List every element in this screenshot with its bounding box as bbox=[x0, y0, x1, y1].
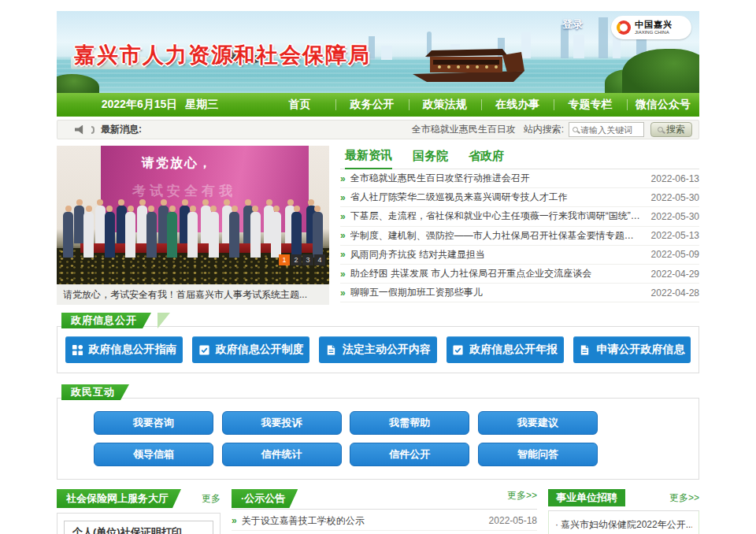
mail-stats-button[interactable]: 信件统计 bbox=[222, 443, 342, 466]
speaker-icon bbox=[75, 125, 85, 135]
nav-item-wechat[interactable]: 微信公众号 bbox=[627, 93, 699, 117]
nav-item-home[interactable]: 首页 bbox=[263, 93, 335, 117]
news-date: 2022-05-13 bbox=[651, 230, 699, 241]
search-input[interactable] bbox=[580, 125, 640, 135]
news-panel: 最新资讯 国务院 省政府 » 全市稳就业惠民生百日攻坚行动推进会召开 2022-… bbox=[340, 146, 699, 305]
recruitment-item[interactable]: ·嘉兴市妇幼保健院2022年公开... bbox=[555, 516, 692, 534]
notice-panel: ·公示公告 更多>> » 关于设立嘉善技工学校的公示 2022-05-18 » … bbox=[232, 489, 537, 534]
notice-item[interactable]: » 关于公布嘉兴市人力资源和社会保障局2022年度重大行政决策事... 2022… bbox=[232, 531, 537, 534]
info-request-button[interactable]: 申请公开政府信息 bbox=[573, 336, 691, 363]
recruitment-panel: 事业单位招聘 更多>> ·嘉兴市妇幼保健院2022年公开... ·2022年嘉兴… bbox=[548, 489, 699, 534]
social-insurance-panel: 社会保险网上服务大厅 更多 个人(单位)社保证明打印 办事指南 bbox=[57, 489, 220, 534]
search-icon bbox=[573, 127, 578, 132]
jiaxing-logo-text: 中国嘉兴 JIAXING CHINA bbox=[635, 20, 673, 35]
news-item[interactable]: » 助企纾困 共谋发展 市人力社保局召开重点企业交流座谈会 2022-04-29 bbox=[340, 265, 699, 284]
document-icon bbox=[579, 344, 591, 356]
info-system-button[interactable]: 政府信息公开制度 bbox=[192, 336, 309, 363]
tab-state-council[interactable]: 国务院 bbox=[413, 149, 448, 169]
news-item[interactable]: » 下基层、走流程，省社保和就业中心主任项薇一行来我市调研“国统”上线情况 20… bbox=[340, 207, 699, 226]
social-insurance-box: 个人(单位)社保证明打印 办事指南 bbox=[57, 513, 220, 534]
photo-people-front-row bbox=[63, 212, 323, 258]
mail-disclosure-button[interactable]: 信件公开 bbox=[350, 443, 469, 466]
complain-button[interactable]: 我要投诉 bbox=[222, 411, 342, 435]
page: 嘉兴市人力资源和社会保障局 登录 中国嘉兴 JIAXING CHINA 2022… bbox=[57, 11, 699, 534]
news-item[interactable]: » 全市稳就业惠民生百日攻坚行动推进会召开 2022-06-13 bbox=[340, 169, 699, 188]
news-tabs: 最新资讯 国务院 省政府 bbox=[340, 146, 699, 169]
carousel-caption[interactable]: 请党放心，考试安全有我！首届嘉兴市人事考试系统主题... bbox=[57, 284, 329, 305]
smart-qa-button[interactable]: 智能问答 bbox=[478, 443, 598, 466]
main-row: 请党放心， 考试安全有我 1 2 3 bbox=[57, 146, 699, 305]
grid-icon bbox=[72, 344, 83, 356]
pager-1[interactable]: 1 bbox=[279, 254, 290, 265]
nav-item-online-services[interactable]: 在线办事 bbox=[481, 93, 554, 117]
bottom-row: 社会保险网上服务大厅 更多 个人(单位)社保证明打印 办事指南 ·公示公告 更多… bbox=[57, 489, 699, 534]
news-ticker-bar: 最新消息: 全市稳就业惠民生百日攻 站内搜索: 搜索 bbox=[57, 120, 699, 139]
news-item[interactable]: » 学制度、建机制、强防控——市人力社保局召开社保基金要情专题学习会 2022-… bbox=[340, 227, 699, 246]
search-button-icon bbox=[658, 127, 663, 132]
info-guide-label: 政府信息公开指南 bbox=[89, 343, 177, 357]
news-item[interactable]: » 聊聊五一假期加班工资那些事儿 2022-04-28 bbox=[340, 284, 699, 302]
news-item[interactable]: » 风雨同舟齐抗疫 结对共建显担当 2022-05-09 bbox=[340, 246, 699, 265]
social-insurance-more-link[interactable]: 更多 bbox=[202, 492, 220, 506]
news-date: 2022-06-13 bbox=[651, 173, 699, 184]
skyline-building bbox=[573, 35, 584, 58]
info-annual-report-button[interactable]: 政府信息公开年报 bbox=[447, 336, 564, 363]
arrow-icon: » bbox=[340, 287, 346, 299]
photo-banner-line2: 考试安全有我 bbox=[132, 182, 236, 200]
news-title: 助企纾困 共谋发展 市人力社保局召开重点企业交流座谈会 bbox=[350, 267, 642, 280]
need-help-button[interactable]: 我需帮助 bbox=[350, 411, 469, 435]
tab-provincial-gov[interactable]: 省政府 bbox=[469, 149, 504, 169]
news-title: 聊聊五一假期加班工资那些事儿 bbox=[350, 286, 642, 299]
news-title: 下基层、走流程，省社保和就业中心主任项薇一行来我市调研“国统”上线情况 bbox=[350, 210, 642, 223]
pager-4[interactable]: 4 bbox=[314, 254, 325, 265]
search-button[interactable]: 搜索 bbox=[650, 122, 692, 137]
tab-latest-news[interactable]: 最新资讯 bbox=[345, 148, 392, 169]
logo-cn-text: 中国嘉兴 bbox=[635, 20, 673, 30]
news-item[interactable]: » 省人社厅陈荣华二级巡视员来嘉兴调研专技人才工作 2022-05-30 bbox=[340, 188, 699, 207]
nav-item-gov-disclosure[interactable]: 政务公开 bbox=[335, 93, 408, 117]
photo-banner-line1: 请党放心， bbox=[142, 155, 213, 172]
interaction-section-title: 政民互动 bbox=[61, 384, 129, 400]
info-guide-button[interactable]: 政府信息公开指南 bbox=[65, 336, 183, 363]
nav-item-policies[interactable]: 政策法规 bbox=[409, 93, 481, 117]
gov-info-buttons: 政府信息公开指南 政府信息公开制度 法定主动公开内容 政府信息公开年报 申请公开… bbox=[65, 336, 691, 363]
info-proactive-label: 法定主动公开内容 bbox=[343, 343, 431, 357]
jiaxing-logo-icon bbox=[617, 20, 631, 35]
info-request-label: 申请公开政府信息 bbox=[596, 343, 684, 357]
jiaxing-logo: 中国嘉兴 JIAXING CHINA bbox=[611, 16, 691, 39]
main-nav: 2022年6月15日 星期三 首页 政务公开 政策法规 在线办事 专题专栏 微信… bbox=[57, 93, 699, 117]
nav-date: 2022年6月15日 星期三 bbox=[57, 93, 263, 117]
pager-3[interactable]: 3 bbox=[302, 254, 313, 265]
notice-title: ·公示公告 bbox=[232, 489, 298, 508]
info-annual-report-label: 政府信息公开年报 bbox=[469, 343, 558, 357]
carousel: 请党放心， 考试安全有我 1 2 3 bbox=[57, 146, 329, 305]
carousel-photo[interactable]: 请党放心， 考试安全有我 1 2 3 bbox=[57, 146, 329, 284]
info-proactive-button[interactable]: 法定主动公开内容 bbox=[319, 336, 436, 363]
service-item-cert-print[interactable]: 个人(单位)社保证明打印 bbox=[64, 521, 213, 534]
document-icon bbox=[325, 344, 337, 356]
suggest-button[interactable]: 我要建议 bbox=[478, 411, 598, 435]
ticker-marquee-text[interactable]: 全市稳就业惠民生百日攻 bbox=[412, 123, 516, 136]
arrow-icon: » bbox=[340, 230, 346, 241]
gov-info-box: 政府信息公开指南 政府信息公开制度 法定主动公开内容 政府信息公开年报 申请公开… bbox=[57, 326, 699, 373]
date-text: 2022年6月15日 bbox=[102, 98, 178, 112]
arrow-icon: » bbox=[340, 211, 346, 222]
login-link[interactable]: 登录 bbox=[562, 17, 583, 32]
news-date: 2022-04-29 bbox=[651, 269, 699, 280]
news-date: 2022-05-30 bbox=[651, 211, 699, 222]
consult-button[interactable]: 我要咨询 bbox=[94, 411, 213, 435]
leader-mailbox-button[interactable]: 领导信箱 bbox=[94, 443, 213, 466]
nav-item-special-topics[interactable]: 专题专栏 bbox=[554, 93, 626, 117]
interaction-buttons: 我要咨询 我要投诉 我需帮助 我要建议 领导信箱 信件统计 信件公开 智能问答 bbox=[65, 408, 691, 469]
logo-en-text: JIAXING CHINA bbox=[635, 30, 673, 35]
book-check-icon bbox=[198, 344, 210, 356]
pager-2[interactable]: 2 bbox=[291, 254, 302, 265]
notice-item[interactable]: » 关于设立嘉善技工学校的公示 2022-05-18 bbox=[232, 511, 537, 531]
news-date: 2022-05-09 bbox=[651, 249, 699, 260]
news-title: 学制度、建机制、强防控——市人力社保局召开社保基金要情专题学习会 bbox=[350, 229, 642, 243]
notice-more-link[interactable]: 更多>> bbox=[507, 489, 537, 502]
notice-header: ·公示公告 更多>> bbox=[232, 489, 537, 510]
recruitment-more-link[interactable]: 更多>> bbox=[669, 491, 699, 505]
speaker-wave-icon bbox=[91, 126, 94, 134]
notice-item-title: 关于设立嘉善技工学校的公示 bbox=[242, 514, 480, 528]
